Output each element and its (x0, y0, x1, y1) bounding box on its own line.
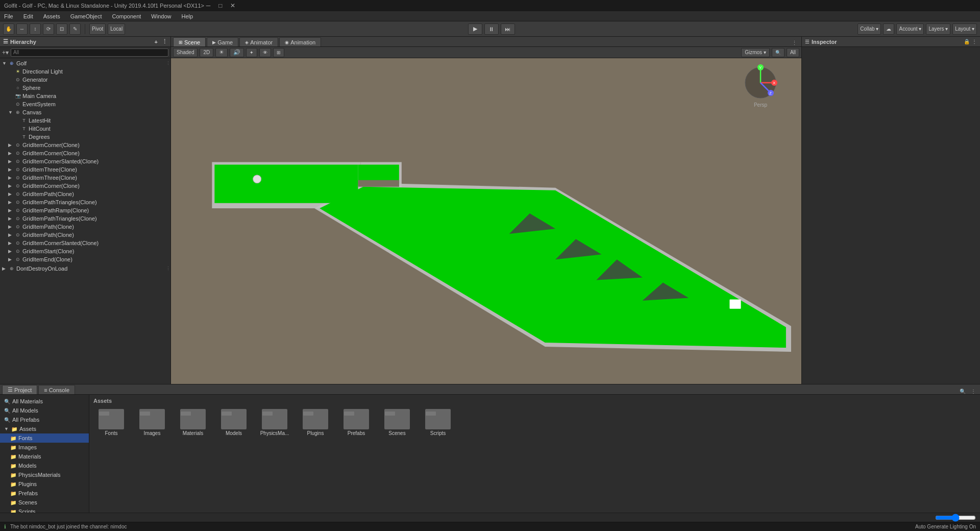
tool-rect[interactable]: ⊡ (56, 23, 67, 35)
sidebar-all-models[interactable]: 🔍 All Models (0, 406, 89, 415)
scene-search-btn[interactable]: 🔍 (772, 48, 785, 57)
vfx-button[interactable]: ✦ (246, 48, 257, 57)
hier-hit-count[interactable]: T HitCount (0, 125, 170, 133)
menu-edit[interactable]: Edit (21, 12, 35, 20)
hier-dontdestroyonload[interactable]: ▶ ⊕ DontDestroyOnLoad ⋮ (0, 264, 170, 273)
hier-griditem-pathtriangles-1[interactable]: ▶ ⊙ GridItemPathTriangles(Clone) (0, 198, 170, 206)
sidebar-all-materials[interactable]: 🔍 All Materials (0, 397, 89, 406)
hier-sphere[interactable]: ○ Sphere (0, 84, 170, 92)
zoom-slider[interactable] (935, 514, 976, 522)
hier-griditem-cornerslanted-2[interactable]: ▶ ⊙ GridItemCornerSlanted(Clone) (0, 239, 170, 247)
tab-scene[interactable]: ⊞ Scene (173, 37, 206, 46)
tool-move[interactable]: ↔ (16, 23, 28, 35)
tab-animation[interactable]: ◉ Animation (279, 37, 321, 46)
hier-canvas[interactable]: ▼ ⊕ Canvas (0, 108, 170, 116)
hidden-objects-button[interactable]: 👁 (259, 48, 271, 57)
asset-prefabs[interactable]: Prefabs (338, 407, 374, 438)
menu-file[interactable]: File (2, 12, 15, 20)
hierarchy-add-btn[interactable]: +▾ (2, 49, 9, 56)
account-button[interactable]: Account ▾ (896, 23, 924, 35)
hier-griditem-path-3[interactable]: ▶ ⊙ GridItemPath(Clone) (0, 231, 170, 239)
scene-filter[interactable]: All (787, 48, 799, 57)
sidebar-physicsmaterials[interactable]: 📁 PhysicsMaterials (0, 470, 89, 479)
menu-component[interactable]: Component (110, 12, 143, 20)
hier-griditem-start[interactable]: ▶ ⊙ GridItemStart(Clone) (0, 247, 170, 255)
bottom-panel-search[interactable]: 🔍 (960, 389, 966, 394)
tool-rotate[interactable]: ↕ (30, 23, 41, 35)
hier-griditem-three-2[interactable]: ▶ ⊙ GridItemThree(Clone) (0, 174, 170, 182)
shading-button[interactable]: Shaded (173, 48, 198, 57)
pivot-button[interactable]: Pivot (89, 23, 106, 35)
menu-gameobject[interactable]: GameObject (68, 12, 104, 20)
sidebar-assets-root[interactable]: ▼ 📁 Assets (0, 424, 89, 433)
tab-project[interactable]: ☰ Project (2, 385, 37, 394)
hier-griditem-cornerslanted-1[interactable]: ▶ ⊙ GridItemCornerSlanted(Clone) (0, 157, 170, 165)
asset-fonts[interactable]: Fonts (93, 407, 129, 438)
hier-directional-light[interactable]: ☀ Directional Light (0, 67, 170, 76)
hierarchy-search-input[interactable] (11, 49, 168, 57)
cloud-button[interactable]: ☁ (883, 23, 894, 35)
asset-scenes[interactable]: Scenes (379, 407, 415, 438)
hier-griditem-corner-3[interactable]: ▶ ⊙ GridItemCorner(Clone) (0, 182, 170, 190)
sidebar-plugins[interactable]: 📁 Plugins (0, 479, 89, 489)
hier-golf[interactable]: ▼ ⊕ Golf ⋮ (0, 59, 170, 67)
menu-assets[interactable]: Assets (41, 12, 62, 20)
sidebar-all-prefabs[interactable]: 🔍 All Prefabs (0, 415, 89, 424)
close-button[interactable]: ✕ (229, 2, 237, 10)
hier-griditem-end[interactable]: ▶ ⊙ GridItemEnd(Clone) (0, 255, 170, 263)
sidebar-images[interactable]: 📁 Images (0, 443, 89, 452)
layout-button[interactable]: Layout ▾ (952, 23, 977, 35)
hier-event-system[interactable]: ⊙ EventSystem (0, 100, 170, 108)
hier-griditem-pathtriangles-2[interactable]: ▶ ⊙ GridItemPathTriangles(Clone) (0, 214, 170, 223)
menu-help[interactable]: Help (179, 12, 195, 20)
asset-models[interactable]: Models (216, 407, 252, 438)
asset-physicsmaterials[interactable]: PhysicsMa... (257, 407, 292, 438)
inspector-lock-icon[interactable]: 🔒 (964, 39, 970, 44)
tool-hand[interactable]: ✋ (3, 23, 14, 35)
tab-animator[interactable]: ◈ Animator (239, 37, 278, 46)
sidebar-scripts[interactable]: 📁 Scripts (0, 507, 89, 513)
tool-scale[interactable]: ⟳ (43, 23, 54, 35)
pause-button[interactable]: ⏸ (484, 23, 499, 35)
hierarchy-options-icon[interactable]: ⋮ (162, 38, 167, 45)
bottom-panel-options[interactable]: ⋮ (971, 389, 976, 394)
hier-griditem-corner-1[interactable]: ▶ ⊙ GridItemCorner(Clone) (0, 141, 170, 149)
scene-panel-options[interactable]: ⋮ (792, 40, 797, 46)
hier-griditem-corner-2[interactable]: ▶ ⊙ GridItemCorner(Clone) (0, 149, 170, 157)
step-button[interactable]: ⏭ (501, 23, 515, 35)
sidebar-materials[interactable]: 📁 Materials (0, 452, 89, 461)
hier-griditem-three-1[interactable]: ▶ ⊙ GridItemThree(Clone) (0, 165, 170, 174)
collab-button[interactable]: Collab ▾ (857, 23, 881, 35)
hier-generator[interactable]: ⊙ Generator (0, 76, 170, 84)
hier-main-camera[interactable]: 📷 Main Camera (0, 92, 170, 100)
local-button[interactable]: Local (108, 23, 125, 35)
hier-latest-hit[interactable]: T LatestHit (0, 116, 170, 125)
tab-console[interactable]: ≡ Console (38, 385, 75, 394)
asset-scripts[interactable]: Scripts (420, 407, 456, 438)
sidebar-models[interactable]: 📁 Models (0, 461, 89, 470)
menu-window[interactable]: Window (149, 12, 173, 20)
hierarchy-add-icon[interactable]: + (155, 39, 158, 45)
inspector-options-icon[interactable]: ⋮ (972, 39, 977, 44)
lighting-button[interactable]: ☀ (215, 48, 228, 57)
tool-transform[interactable]: ✎ (69, 23, 81, 35)
minimize-button[interactable]: ─ (204, 2, 212, 10)
audio-button[interactable]: 🔊 (230, 48, 244, 57)
hier-griditem-path-1[interactable]: ▶ ⊙ GridItemPath(Clone) (0, 190, 170, 198)
grid-button[interactable]: ⊞ (273, 48, 284, 57)
scene-view[interactable]: Y X Z Persp (171, 58, 801, 384)
sidebar-fonts[interactable]: 📁 Fonts (0, 433, 89, 443)
asset-materials[interactable]: Materials (175, 407, 211, 438)
sidebar-prefabs[interactable]: 📁 Prefabs (0, 489, 89, 498)
hier-griditem-pathramp[interactable]: ▶ ⊙ GridItemPathRamp(Clone) (0, 206, 170, 214)
play-button[interactable]: ▶ (468, 23, 482, 35)
maximize-button[interactable]: □ (216, 2, 225, 10)
sidebar-scenes[interactable]: 📁 Scenes (0, 498, 89, 507)
2d-button[interactable]: 2D (200, 48, 213, 57)
tab-game[interactable]: ▶ Game (207, 37, 238, 46)
gizmos-button[interactable]: Gizmos ▾ (741, 48, 770, 57)
layers-button[interactable]: Layers ▾ (926, 23, 950, 35)
asset-plugins[interactable]: Plugins (298, 407, 333, 438)
asset-images[interactable]: Images (134, 407, 170, 438)
hier-degrees[interactable]: T Degrees (0, 133, 170, 141)
